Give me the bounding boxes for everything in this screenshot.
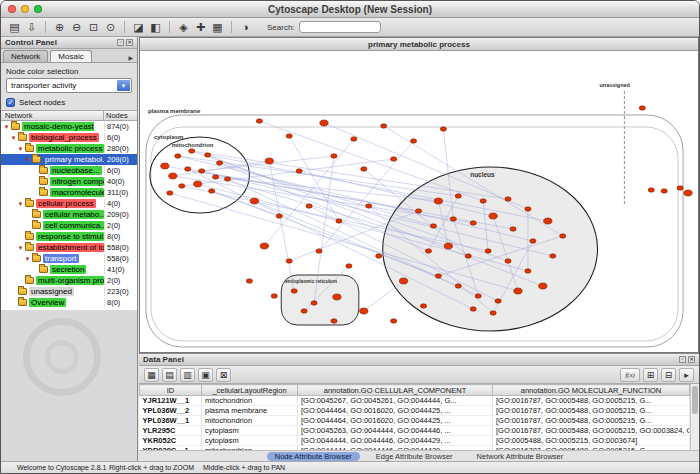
chevron-down-icon[interactable]: ▼	[117, 80, 130, 91]
column-header[interactable]: annotation.GO CELLULAR_COMPONENT	[298, 385, 493, 396]
gene-node[interactable]	[684, 190, 692, 196]
tab-network-attribute-browser[interactable]: Network Attribute Browser	[469, 452, 572, 461]
zoom-selected-icon[interactable]: ⊙	[103, 20, 118, 35]
gene-node[interactable]	[444, 243, 452, 249]
tree-column-network[interactable]: Network	[1, 111, 103, 120]
gene-node[interactable]	[179, 184, 185, 188]
gene-node[interactable]	[677, 186, 683, 190]
gene-node[interactable]	[490, 311, 496, 315]
tree-row-cellular-metabo[interactable]: cellular metabo...209(0)	[1, 209, 137, 220]
cell-value[interactable]: plasma membrane	[202, 406, 298, 416]
gene-node[interactable]	[286, 134, 292, 138]
gene-node[interactable]	[185, 167, 191, 171]
tree-row-metabolic-process[interactable]: ▼metabolic process280(0)	[1, 143, 137, 154]
gene-node[interactable]	[391, 157, 397, 161]
new-network-from-selection-icon[interactable]: ◈	[176, 20, 191, 35]
node-color-select[interactable]: transporter activity ▼	[6, 78, 132, 93]
gene-node[interactable]	[351, 137, 357, 141]
formula-builder-icon[interactable]: f(x)	[620, 368, 640, 382]
gene-node[interactable]	[391, 319, 397, 323]
table-row[interactable]: YDR039C__1mitochondrion[GO:0044444, GO:0…	[140, 446, 690, 451]
tab-node-attribute-browser[interactable]: Node Attribute Browser	[267, 452, 360, 461]
gene-node[interactable]	[415, 209, 421, 213]
gene-node[interactable]	[475, 294, 481, 298]
gene-node[interactable]	[199, 169, 205, 173]
gene-node[interactable]	[505, 259, 511, 263]
cell-value[interactable]: [GO:0044464, GO:0016020, GO:0044425, ...	[298, 416, 493, 426]
gene-node[interactable]	[530, 239, 536, 243]
gene-node[interactable]	[450, 217, 456, 221]
network-canvas[interactable]: plasma membranecytoplasmmitochondrionnuc…	[140, 51, 698, 352]
tab-edge-attribute-browser[interactable]: Edge Attribute Browser	[368, 452, 461, 461]
expand-arrow-icon[interactable]: ▼	[3, 124, 10, 130]
tree-row-nitrogen-compo[interactable]: nitrogen compo...40(0)	[1, 176, 137, 187]
scrollbar-thumb[interactable]	[692, 386, 698, 414]
column-header[interactable]: _cellularLayoutRegion	[202, 385, 298, 396]
cell-id[interactable]: YPL036W__2	[140, 406, 202, 416]
gene-node[interactable]	[205, 153, 211, 157]
gene-node[interactable]	[216, 161, 222, 165]
gene-node[interactable]	[316, 249, 322, 253]
gene-node[interactable]	[286, 259, 292, 263]
gene-node[interactable]	[291, 289, 297, 293]
gene-node[interactable]	[336, 219, 342, 223]
cell-id[interactable]: YLR295C	[140, 426, 202, 436]
float-panel-icon[interactable]: ▫	[679, 356, 686, 363]
gene-node[interactable]	[420, 304, 426, 308]
zoom-fit-icon[interactable]: ⊡	[86, 20, 101, 35]
cell-id[interactable]: YJR121W__1	[140, 396, 202, 406]
table-row[interactable]: YPL036W__1mitochondrion[GO:0044464, GO:0…	[140, 416, 690, 426]
cell-id[interactable]: YPL036W__1	[140, 416, 202, 426]
float-panel-icon[interactable]: ▫	[117, 39, 124, 46]
cell-value[interactable]: mitochondrion	[202, 446, 298, 451]
gene-node[interactable]	[246, 279, 252, 283]
cell-value[interactable]: cytoplasm	[202, 426, 298, 436]
tree-row-unassigned[interactable]: unassigned223(0)	[1, 286, 137, 297]
gene-node[interactable]	[434, 198, 442, 204]
tree-row-establishment-of-lo[interactable]: ▼establishment of lo...558(0)	[1, 242, 137, 253]
gene-node[interactable]	[455, 284, 461, 288]
gene-node[interactable]	[306, 204, 312, 208]
gene-node[interactable]	[510, 227, 516, 231]
select-attributes-icon[interactable]: ▦	[144, 368, 159, 382]
cell-value[interactable]: [GO:0044444, GO:0044446, GO:0044429, ...	[298, 436, 493, 446]
expand-arrow-icon[interactable]: ▼	[24, 157, 31, 163]
close-panel-icon[interactable]: ✕	[126, 39, 133, 46]
table-row[interactable]: YJR121W__1mitochondrion[GO:0045267, GO:0…	[140, 396, 690, 406]
gene-node[interactable]	[525, 207, 531, 211]
gene-node[interactable]	[430, 224, 436, 228]
gene-node[interactable]	[489, 213, 497, 219]
tree-row-macromolecule[interactable]: macromolecule...311(0)	[1, 187, 137, 198]
tree-column-nodes[interactable]: Nodes	[103, 111, 137, 120]
gene-node[interactable]	[455, 194, 461, 198]
gene-node[interactable]	[250, 198, 258, 204]
cell-value[interactable]: [GO:0045267, GO:0045261, GO:0044444, G..…	[298, 396, 493, 406]
tree-row-cellular-process[interactable]: ▼cellular process4(0)	[1, 198, 137, 209]
expand-arrow-icon[interactable]: ▼	[10, 135, 17, 141]
tab-scroll-right-icon[interactable]: ▶	[126, 54, 135, 62]
select-nodes-checkbox[interactable]: ✓	[6, 98, 15, 107]
show-all-icon[interactable]: ◧	[148, 20, 163, 35]
gene-node[interactable]	[485, 249, 491, 253]
gene-node[interactable]	[301, 309, 307, 313]
gene-node[interactable]	[265, 158, 273, 164]
cell-value[interactable]: [GO:0045263, GO:0044444, GO:0044446, ...	[298, 426, 493, 436]
zoom-in-icon[interactable]: ⊕	[52, 20, 67, 35]
close-panel-icon[interactable]: ✕	[688, 356, 695, 363]
expand-arrow-icon[interactable]: ▼	[17, 146, 24, 152]
table-row[interactable]: YKR052Ccytoplasm[GO:0044444, GO:0044446,…	[140, 436, 690, 446]
gene-node[interactable]	[256, 119, 262, 123]
gene-node[interactable]	[175, 154, 181, 158]
gene-node[interactable]	[648, 188, 654, 192]
tree-row-cell-communica[interactable]: cell communica...2(0)	[1, 220, 137, 231]
gene-node[interactable]	[320, 120, 328, 126]
gene-node[interactable]	[399, 278, 407, 284]
tree-row-biological-process[interactable]: ▼biological_process6(0)	[1, 132, 137, 143]
import-table-icon[interactable]: ▦	[210, 20, 225, 35]
gene-node[interactable]	[346, 264, 352, 268]
gene-node[interactable]	[194, 181, 202, 187]
gene-node[interactable]	[296, 169, 302, 173]
tab-network[interactable]: Network	[3, 50, 48, 62]
gene-node[interactable]	[161, 163, 169, 169]
gene-node[interactable]	[331, 154, 337, 158]
